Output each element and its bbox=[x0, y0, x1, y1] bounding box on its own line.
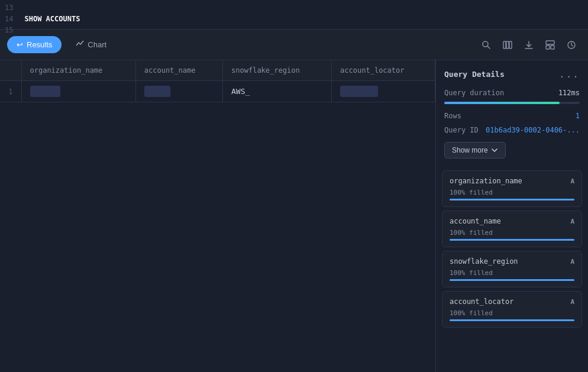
clock-icon bbox=[567, 40, 576, 50]
search-icon bbox=[482, 40, 491, 50]
column-stat-card: account_locator A 100% filled bbox=[442, 291, 582, 328]
column-stat-card: account_name A 100% filled bbox=[442, 211, 582, 247]
rows-label: Rows bbox=[444, 112, 461, 120]
col-stat-fill-label: 100% filled bbox=[450, 189, 574, 196]
col-stat-bar-bg bbox=[450, 199, 574, 200]
col-stat-header: organization_name A bbox=[450, 177, 574, 185]
chart-icon bbox=[76, 40, 84, 50]
line-numbers: 13 14 15 bbox=[0, 0, 18, 39]
col-header-org: organization_name bbox=[21, 60, 135, 81]
toolbar-icons bbox=[477, 37, 581, 53]
more-options-icon[interactable]: ... bbox=[559, 69, 580, 80]
col-header-locator: account_locator bbox=[332, 60, 435, 81]
chevron-down-icon bbox=[491, 147, 498, 154]
col-stat-bar-bg bbox=[450, 319, 574, 321]
col-stat-header: account_locator A bbox=[450, 297, 574, 306]
table-row: 1 ll M AWS_ bbox=[0, 81, 435, 102]
row-number-header bbox=[0, 60, 21, 81]
cell-account-name: M bbox=[135, 81, 222, 102]
show-more-button[interactable]: Show more bbox=[444, 142, 506, 158]
duration-row: Query duration 112ms bbox=[436, 86, 588, 100]
download-button[interactable] bbox=[519, 37, 538, 53]
rows-row: Rows 1 bbox=[436, 109, 588, 123]
layout-icon bbox=[545, 40, 555, 50]
col-stat-fill-label: 100% filled bbox=[450, 269, 574, 277]
col-header-account: account_name bbox=[135, 60, 222, 81]
col-stat-header: account_name A bbox=[450, 217, 574, 225]
query-id-value[interactable]: 01b6ad39-0002-0406-... bbox=[486, 126, 580, 134]
toolbar: ↩ Results Chart bbox=[0, 30, 588, 60]
download-icon bbox=[524, 40, 534, 50]
col-stat-bar-bg bbox=[450, 279, 574, 281]
duration-label: Query duration bbox=[444, 89, 504, 97]
col-stat-type: A bbox=[570, 298, 574, 306]
chart-button[interactable]: Chart bbox=[66, 35, 116, 54]
search-button[interactable] bbox=[477, 37, 496, 53]
results-icon: ↩ bbox=[17, 40, 23, 49]
clock-button[interactable] bbox=[562, 37, 581, 53]
svg-rect-8 bbox=[546, 46, 550, 49]
rows-value[interactable]: 1 bbox=[576, 112, 580, 120]
col-stat-bar-fill bbox=[450, 279, 574, 281]
query-details-header: Query Details ... bbox=[436, 60, 588, 86]
svg-line-1 bbox=[487, 46, 490, 48]
col-stat-bar-fill bbox=[450, 239, 574, 241]
results-button[interactable]: ↩ Results bbox=[7, 36, 62, 53]
col-stat-bar-fill bbox=[450, 199, 574, 200]
row-number: 1 bbox=[0, 81, 21, 102]
col-stat-name: account_name bbox=[450, 217, 501, 225]
show-more-label: Show more bbox=[452, 146, 488, 154]
cell-org-name: ll bbox=[21, 81, 135, 102]
svg-rect-3 bbox=[506, 41, 509, 48]
query-details-title: Query Details bbox=[444, 70, 505, 79]
col-stat-fill-label: 100% filled bbox=[450, 229, 574, 237]
col-stat-type: A bbox=[570, 177, 574, 185]
duration-bar-fill bbox=[444, 102, 560, 104]
svg-rect-4 bbox=[509, 41, 512, 48]
code-area: 13 14 15 SHOW ACCOUNTS bbox=[0, 0, 588, 30]
col-stat-bar-bg bbox=[450, 239, 574, 241]
column-stat-card: snowflake_region A 100% filled bbox=[442, 251, 582, 287]
column-stats-section: organization_name A 100% filled account_… bbox=[436, 170, 588, 328]
cell-region: AWS_ bbox=[223, 81, 332, 102]
col-stat-fill-label: 100% filled bbox=[450, 309, 574, 317]
results-table: organization_name account_name snowflake… bbox=[0, 60, 435, 102]
col-header-region: snowflake_region bbox=[223, 60, 332, 81]
columns-button[interactable] bbox=[498, 37, 517, 53]
duration-bar-bg bbox=[444, 102, 580, 104]
col-stat-name: organization_name bbox=[450, 177, 522, 185]
col-stat-name: account_locator bbox=[450, 297, 513, 306]
table-area[interactable]: organization_name account_name snowflake… bbox=[0, 60, 435, 372]
svg-rect-9 bbox=[551, 46, 554, 49]
column-stat-card: organization_name A 100% filled bbox=[442, 170, 582, 207]
layout-button[interactable] bbox=[541, 37, 560, 53]
main-content: organization_name account_name snowflake… bbox=[0, 60, 588, 372]
svg-rect-2 bbox=[503, 41, 506, 48]
right-panel: Query Details ... Query duration 112ms R… bbox=[435, 60, 588, 372]
show-more-row: Show more bbox=[436, 137, 588, 167]
sql-code: SHOW ACCOUNTS bbox=[24, 14, 80, 25]
duration-bar-container bbox=[436, 100, 588, 109]
col-stat-name: snowflake_region bbox=[450, 257, 518, 266]
col-stat-type: A bbox=[570, 258, 574, 266]
columns-icon bbox=[503, 40, 512, 50]
results-label: Results bbox=[27, 40, 52, 49]
cell-locator bbox=[332, 81, 435, 102]
code-content: SHOW ACCOUNTS bbox=[20, 0, 85, 39]
query-id-row: Query ID 01b6ad39-0002-0406-... bbox=[436, 123, 588, 137]
col-stat-header: snowflake_region A bbox=[450, 257, 574, 266]
table-header-row: organization_name account_name snowflake… bbox=[0, 60, 435, 81]
query-id-label: Query ID bbox=[444, 126, 479, 134]
chart-label: Chart bbox=[88, 40, 106, 49]
col-stat-bar-fill bbox=[450, 319, 574, 321]
svg-rect-7 bbox=[546, 41, 554, 44]
duration-value: 112ms bbox=[558, 89, 580, 97]
col-stat-type: A bbox=[570, 218, 574, 225]
